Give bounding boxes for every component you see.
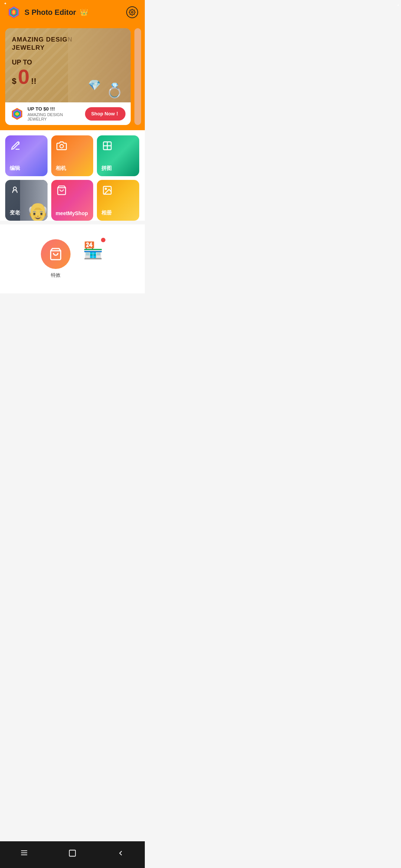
banner-section: AMAZING DESIGN JEWELRY UP TO $ 0 !! 💍 💎 xyxy=(0,24,145,130)
ring-icon: 💍 xyxy=(106,82,123,99)
banner-bottom-bar: UP TO $0 !!! AMAZING DESIGN JEWELRY Shop… xyxy=(5,102,131,125)
banner-bottom-text-block: UP TO $0 !!! AMAZING DESIGN JEWELRY xyxy=(27,106,81,121)
collage-icon xyxy=(102,141,113,154)
banner-app-logo xyxy=(10,107,24,121)
banner-bottom-sub: AMAZING DESIGN JEWELRY xyxy=(27,112,81,121)
shop-badge xyxy=(101,238,105,242)
svg-marker-4 xyxy=(12,10,15,14)
app-header: S Photo Editor 👑VIP xyxy=(0,0,145,24)
shop-store-icon[interactable]: 🏪 xyxy=(82,239,104,262)
feature-card-collage[interactable]: 拼图 xyxy=(97,135,139,176)
age-label: 变老 xyxy=(10,210,20,216)
feature-card-album[interactable]: 相册 xyxy=(97,180,139,221)
shop-now-button[interactable]: Shop Now！ xyxy=(85,107,125,121)
camera-icon xyxy=(56,141,67,154)
feature-effects[interactable]: ✦ ✦ 特效 xyxy=(41,239,71,279)
edit-label: 编辑 xyxy=(10,165,20,172)
collage-label: 拼图 xyxy=(101,165,112,172)
age-photo: 👴 xyxy=(20,180,48,221)
svg-point-12 xyxy=(60,145,63,148)
store-emoji: 🏪 xyxy=(83,241,103,260)
edit-icon: ✦ xyxy=(10,141,21,154)
svg-point-16 xyxy=(13,187,16,190)
feature-card-edit[interactable]: ✦ 编辑 xyxy=(5,135,48,176)
feature-shop[interactable]: 🏪 xyxy=(82,239,104,262)
age-icon xyxy=(10,185,19,197)
banner-card[interactable]: AMAZING DESIGN JEWELRY UP TO $ 0 !! 💍 💎 xyxy=(5,28,131,125)
banner-next-peek xyxy=(134,28,141,125)
app-logo-icon xyxy=(7,5,21,19)
effects-circle[interactable]: ✦ ✦ xyxy=(41,239,71,269)
svg-text:✦: ✦ xyxy=(18,143,20,145)
album-icon xyxy=(102,185,113,198)
shop-icon xyxy=(56,185,67,198)
header-left: S Photo Editor 👑VIP xyxy=(7,5,96,19)
svg-point-19 xyxy=(105,188,107,190)
banner-text-block: AMAZING DESIGN JEWELRY UP TO $ 0 !! xyxy=(12,36,72,87)
banner-price: $ 0 !! xyxy=(12,66,72,87)
banner-image: AMAZING DESIGN JEWELRY UP TO $ 0 !! 💍 💎 xyxy=(5,28,131,102)
app-title: S Photo Editor xyxy=(25,8,76,17)
album-label: 相册 xyxy=(101,210,112,216)
grid-row-1: ✦ 编辑 相机 拼图 xyxy=(5,135,140,176)
camera-label: 相机 xyxy=(56,165,66,172)
grid-row-2: 👴 变老 meetMyShop xyxy=(5,180,140,221)
banner-bottom-title: UP TO $0 !!! xyxy=(27,106,81,112)
features-grid: ✦ 编辑 相机 拼图 xyxy=(0,130,145,221)
effects-label: 特效 xyxy=(51,272,61,279)
meetmyshop-label: meetMyShop xyxy=(56,210,88,216)
bottom-features-section: ✦ ✦ 特效 🏪 xyxy=(0,224,145,293)
banner-title-line1: AMAZING DESIGN JEWELRY xyxy=(12,36,72,52)
ring-icon2: 💎 xyxy=(88,79,101,91)
vip-badge: 👑VIP xyxy=(80,8,97,16)
feature-card-age[interactable]: 👴 变老 xyxy=(5,180,48,221)
feature-card-camera[interactable]: 相机 xyxy=(51,135,94,176)
settings-icon[interactable] xyxy=(126,6,138,18)
feature-card-meetmyshop[interactable]: meetMyShop xyxy=(51,180,94,221)
svg-point-5 xyxy=(131,11,133,13)
